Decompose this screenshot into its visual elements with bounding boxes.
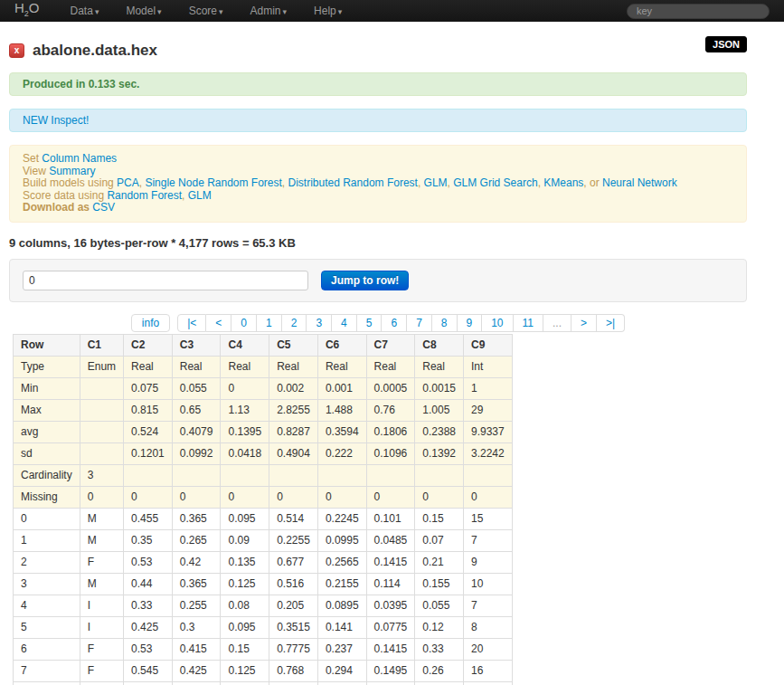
cell: 0.677: [269, 551, 318, 573]
key-search-input[interactable]: [627, 4, 770, 19]
cell: 0.114: [366, 573, 415, 595]
page-4[interactable]: 4: [332, 314, 357, 332]
nav-menu-model[interactable]: Model▾: [126, 5, 161, 17]
cell: 0.255: [172, 595, 221, 616]
cell: 0: [221, 377, 269, 399]
page-2[interactable]: 2: [282, 314, 307, 332]
produced-alert: Produced in 0.133 sec.: [9, 72, 747, 96]
action-text: Download as: [23, 201, 92, 214]
link-distributed-random-forest[interactable]: Distributed Random Forest: [288, 176, 418, 189]
cell: 0.1395: [221, 421, 269, 442]
page-8[interactable]: 8: [432, 314, 458, 332]
link-glm[interactable]: GLM: [188, 189, 212, 202]
table-row: 6F0.530.4150.150.77750.2370.14150.3320: [14, 638, 513, 660]
table-row: 4I0.330.2550.080.2050.08950.03950.0557: [14, 595, 513, 616]
cell: 0.15: [415, 508, 464, 529]
link-random-forest[interactable]: Random Forest: [107, 189, 182, 202]
cell: 0.2565: [317, 551, 366, 573]
page-prev[interactable]: <: [206, 314, 231, 332]
cell: 0.125: [221, 660, 269, 681]
cell: 0.3594: [317, 421, 366, 442]
cell: Real: [366, 356, 415, 377]
cell: 0.2245: [317, 508, 366, 529]
table-header-row: RowC1C2C3C4C5C6C7C8C9: [14, 334, 513, 356]
table-row: 8M0.4750.370.1250.50950.21650.11250.1659: [14, 681, 513, 685]
row-number-input[interactable]: [23, 271, 308, 290]
page-3[interactable]: 3: [307, 314, 332, 332]
nav-menu-help[interactable]: Help▾: [314, 5, 342, 17]
link-glm[interactable]: GLM: [424, 176, 448, 189]
cell: 0.0395: [366, 595, 415, 616]
cell: M: [80, 508, 123, 529]
action-text: ,: [418, 176, 424, 189]
column-header-c5: C5: [269, 334, 318, 356]
cell: [124, 464, 173, 486]
page-5[interactable]: 5: [357, 314, 383, 332]
page-11[interactable]: 11: [514, 314, 543, 332]
page-0[interactable]: 0: [231, 314, 257, 332]
cell: 0.15: [221, 638, 269, 660]
cell: 0.165: [415, 681, 464, 685]
top-navbar: H2O Data▾Model▾Score▾Admin▾Help▾: [0, 0, 784, 22]
cell: 0.475: [124, 681, 173, 685]
page-first[interactable]: |<: [177, 314, 206, 332]
nav-menu-score[interactable]: Score▾: [189, 5, 223, 17]
cell: 0.53: [124, 638, 173, 660]
link-glm-grid-search[interactable]: GLM Grid Search: [453, 176, 537, 189]
nav-menu-admin[interactable]: Admin▾: [250, 5, 288, 17]
page-7[interactable]: 7: [407, 314, 432, 332]
link-column-names[interactable]: Column Names: [42, 152, 117, 165]
info-button[interactable]: info: [131, 314, 170, 332]
cell: 0.0895: [317, 595, 366, 616]
cell: 0.001: [317, 377, 366, 399]
cell: [463, 464, 512, 486]
cell: 0.095: [221, 508, 269, 529]
link-single-node-random-forest[interactable]: Single Node Random Forest: [145, 176, 281, 189]
cell: [415, 464, 464, 486]
table-row: 2F0.530.420.1350.6770.25650.14150.219: [14, 551, 513, 573]
nav-menu-label: Score: [189, 5, 217, 17]
link-kmeans[interactable]: KMeans: [543, 176, 583, 189]
stat-row-sd: sd0.12010.09920.04180.49040.2220.10960.1…: [14, 442, 513, 464]
column-header-c4: C4: [221, 334, 269, 356]
nav-menu-data[interactable]: Data▾: [71, 5, 99, 17]
column-header-c1: C1: [80, 334, 123, 356]
new-inspect-link[interactable]: NEW Inspect!: [23, 114, 89, 127]
page-6[interactable]: 6: [382, 314, 407, 332]
cell: 0.125: [221, 573, 269, 595]
page-ellipsis: ...: [543, 314, 571, 332]
cell: 0.055: [415, 595, 464, 616]
cell: 0.455: [124, 508, 173, 529]
link-neural-network[interactable]: Neural Network: [602, 176, 677, 189]
cell: 9: [463, 551, 512, 573]
cell: 0.1201: [124, 442, 173, 464]
cell: [80, 442, 123, 464]
link-pca[interactable]: PCA: [117, 176, 139, 189]
cell: 0.514: [269, 508, 318, 529]
stat-row-type: TypeEnumRealRealRealRealRealRealRealInt: [14, 356, 513, 377]
json-button[interactable]: JSON: [705, 36, 747, 52]
nav-menu-label: Data: [71, 5, 93, 17]
page-1[interactable]: 1: [257, 314, 282, 332]
page-9[interactable]: 9: [458, 314, 483, 332]
cell: 0: [317, 486, 366, 508]
data-table: RowC1C2C3C4C5C6C7C8C9 TypeEnumRealRealRe…: [13, 334, 513, 685]
page-last[interactable]: >|: [597, 314, 625, 332]
action-line: Score data using Random Forest, GLM: [23, 190, 733, 203]
page-next[interactable]: >: [571, 314, 597, 332]
page-10[interactable]: 10: [482, 314, 513, 332]
cell: F: [80, 660, 123, 681]
cell: 16: [463, 660, 512, 681]
link-summary[interactable]: Summary: [49, 165, 95, 177]
jump-to-row-button[interactable]: Jump to row!: [321, 271, 409, 290]
cell: 0.768: [269, 660, 318, 681]
column-header-c2: C2: [124, 334, 173, 356]
h2o-logo[interactable]: H2O: [14, 0, 40, 24]
cell: 0.1125: [366, 681, 415, 685]
cell: 0.3: [172, 616, 221, 638]
link-csv[interactable]: CSV: [92, 201, 115, 214]
cell: 0.545: [124, 660, 173, 681]
cell: 0.095: [221, 616, 269, 638]
remove-key-icon[interactable]: x: [9, 43, 24, 58]
cell: 1.13: [221, 399, 269, 421]
